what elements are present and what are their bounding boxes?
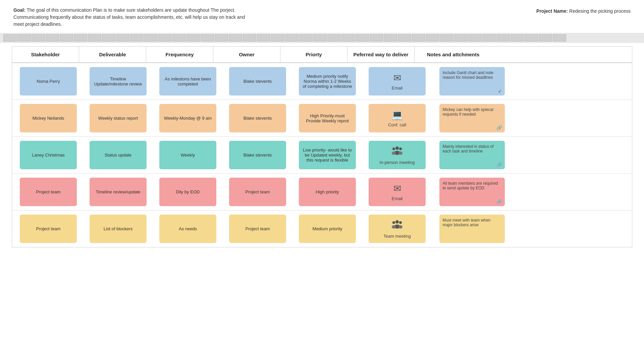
toolbar-cell[interactable] bbox=[46, 34, 59, 42]
priority-card[interactable]: High priority bbox=[299, 178, 356, 206]
notes-card[interactable]: Must meet with team when major blockers … bbox=[439, 215, 505, 243]
notes-card[interactable]: Mainly interested in status of each task… bbox=[439, 141, 505, 169]
stakeholder-card[interactable]: Noma Perry bbox=[20, 67, 77, 96]
svg-point-0 bbox=[395, 146, 399, 150]
cell-notes: Include Gantt chart and note reason for … bbox=[433, 67, 511, 96]
toolbar-cell[interactable] bbox=[201, 34, 214, 42]
owner-card[interactable]: Blake stevents bbox=[229, 104, 286, 132]
toolbar-cell[interactable] bbox=[327, 34, 341, 42]
toolbar-cell[interactable] bbox=[454, 34, 468, 42]
deliverable-card[interactable]: Timeline review/update bbox=[90, 178, 147, 206]
toolbar-cell[interactable] bbox=[158, 34, 172, 42]
deliver-card[interactable]: Team meeting bbox=[369, 215, 426, 243]
deliverable-card[interactable]: List of blockers bbox=[90, 215, 147, 243]
priority-card[interactable]: High Priority-must Provide Weekly reprot bbox=[299, 104, 356, 132]
toolbar-cell[interactable] bbox=[144, 34, 158, 42]
toolbar-cell[interactable] bbox=[468, 34, 482, 42]
cell-notes: Mickey can help with spiecal requests if… bbox=[433, 104, 511, 132]
priority-card[interactable]: Low priority- would like to be Updated w… bbox=[299, 141, 356, 169]
stakeholder-card[interactable]: Laney Christmas bbox=[20, 141, 77, 169]
notes-card[interactable]: All team members are required to send up… bbox=[439, 178, 505, 206]
table-row: Noma Perry Timeline Update/milestone rev… bbox=[12, 63, 632, 100]
priority-card[interactable]: Medium priority notify Norma within 1-2 … bbox=[299, 67, 356, 96]
deliver-label: Team meeting bbox=[383, 234, 411, 239]
toolbar-cell[interactable] bbox=[116, 34, 129, 42]
toolbar-strip bbox=[0, 33, 644, 43]
cell-notes: All team members are required to send up… bbox=[433, 178, 511, 206]
toolbar-cell[interactable] bbox=[496, 34, 510, 42]
toolbar-cell[interactable] bbox=[553, 34, 566, 42]
toolbar-cell[interactable] bbox=[257, 34, 270, 42]
owner-card[interactable]: Project team bbox=[229, 178, 286, 206]
deliverable-card[interactable]: Timeline Update/milestone review bbox=[90, 67, 147, 96]
toolbar-cell[interactable] bbox=[243, 34, 256, 42]
toolbar-cell[interactable] bbox=[398, 34, 411, 42]
svg-point-2 bbox=[399, 147, 402, 150]
deliver-card[interactable]: 💻 Conf. call bbox=[369, 104, 426, 132]
svg-point-1 bbox=[392, 147, 395, 150]
toolbar-cell[interactable] bbox=[525, 34, 538, 42]
notes-card[interactable]: Mickey can help with spiecal requests if… bbox=[439, 104, 505, 132]
toolbar-cell[interactable] bbox=[271, 34, 284, 42]
toolbar-cell[interactable] bbox=[412, 34, 425, 42]
frequency-card[interactable]: Weekly bbox=[159, 141, 216, 169]
toolbar-cell[interactable] bbox=[130, 34, 144, 42]
toolbar-cell[interactable] bbox=[229, 34, 242, 42]
cell-priority: High Priority-must Provide Weekly reprot bbox=[294, 104, 361, 132]
table-header: Stakeholder Deliverable Frequencey Owner… bbox=[12, 47, 632, 63]
frequency-card[interactable]: As milestons have been completed bbox=[159, 67, 216, 96]
cell-stakeholder: Mickey Neilands bbox=[15, 104, 82, 132]
toolbar-cell[interactable] bbox=[17, 34, 31, 42]
deliver-label: Conf. call bbox=[388, 122, 406, 127]
toolbar-cell[interactable] bbox=[440, 34, 453, 42]
cell-stakeholder: Project team bbox=[15, 215, 82, 243]
cell-frequency: As milestons have been completed bbox=[154, 67, 221, 96]
link-icon: 🔗 bbox=[496, 125, 502, 130]
toolbar-cell[interactable] bbox=[102, 34, 115, 42]
email-icon: ✉ bbox=[393, 72, 401, 83]
toolbar-cell[interactable] bbox=[88, 34, 101, 42]
toolbar-cell[interactable] bbox=[285, 34, 299, 42]
deliverable-card[interactable]: Weekly status report bbox=[90, 104, 147, 132]
frequency-card[interactable]: As needs bbox=[159, 215, 216, 243]
notes-text: Mainly interested in status of each task… bbox=[443, 144, 501, 154]
frequency-card[interactable]: Weekly-Monday @ 9 am bbox=[159, 104, 216, 132]
toolbar-cell[interactable] bbox=[356, 34, 369, 42]
toolbar-cell[interactable] bbox=[539, 34, 552, 42]
toolbar-cell[interactable] bbox=[384, 34, 397, 42]
toolbar-cell[interactable] bbox=[32, 34, 45, 42]
toolbar-cell[interactable] bbox=[186, 34, 200, 42]
deliver-card[interactable]: ✉ Email bbox=[369, 178, 426, 206]
notes-text: Mickey can help with spiecal requests if… bbox=[443, 107, 501, 117]
cell-notes: Mainly interested in status of each task… bbox=[433, 141, 511, 169]
toolbar-cell[interactable] bbox=[482, 34, 496, 42]
priority-card[interactable]: Medium priority bbox=[299, 215, 356, 243]
owner-card[interactable]: Blake stevents bbox=[229, 67, 286, 96]
col-notes: Notes and attchments bbox=[415, 47, 492, 62]
table-row: Mickey Neilands Weekly status report Wee… bbox=[12, 100, 632, 137]
toolbar-cell[interactable] bbox=[370, 34, 383, 42]
toolbar-cell[interactable] bbox=[215, 34, 228, 42]
toolbar-cell[interactable] bbox=[313, 34, 327, 42]
goal-text: Goal: The goal of this communication Pla… bbox=[13, 7, 248, 28]
deliverable-card[interactable]: Status update bbox=[90, 141, 147, 169]
deliver-card[interactable]: ✉ Email bbox=[369, 67, 426, 96]
toolbar-cell[interactable] bbox=[74, 34, 87, 42]
toolbar-cell[interactable] bbox=[3, 34, 17, 42]
deliver-card[interactable]: In-person meeting bbox=[369, 141, 426, 169]
toolbar-cell[interactable] bbox=[511, 34, 524, 42]
toolbar-cell[interactable] bbox=[299, 34, 313, 42]
owner-card[interactable]: Project team bbox=[229, 215, 286, 243]
owner-card[interactable]: Blake stevents bbox=[229, 141, 286, 169]
stakeholder-card[interactable]: Mickey Neilands bbox=[20, 104, 77, 132]
notes-card[interactable]: Include Gantt chart and note reason for … bbox=[439, 67, 505, 96]
toolbar-cell[interactable] bbox=[341, 34, 355, 42]
toolbar-cell[interactable] bbox=[60, 34, 73, 42]
meeting-icon bbox=[391, 145, 403, 158]
frequency-card[interactable]: Dily by EOD bbox=[159, 178, 216, 206]
cell-frequency: Dily by EOD bbox=[154, 178, 221, 206]
toolbar-cell[interactable] bbox=[172, 34, 186, 42]
stakeholder-card[interactable]: Project team bbox=[20, 178, 77, 206]
stakeholder-card[interactable]: Project team bbox=[20, 215, 77, 243]
toolbar-cell[interactable] bbox=[426, 34, 439, 42]
